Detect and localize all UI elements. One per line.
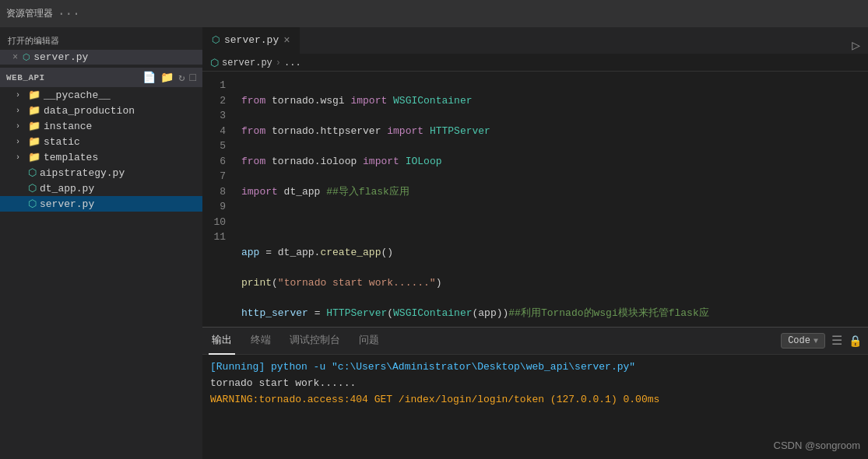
tree-item-aipstrategy[interactable]: ⬡ aipstrategy.py	[0, 165, 202, 180]
open-editors-title: 打开的编辑器	[0, 30, 202, 50]
folder-icon-pycache: 📁	[28, 89, 40, 101]
tree-item-label: data_production	[44, 105, 135, 117]
line-numbers: 12345 678910 11	[202, 72, 235, 327]
panel-tabs: 输出 终端 调试控制台 问题 Code ▼	[202, 328, 868, 355]
folder-icon-templates: 📁	[28, 151, 40, 163]
chevron-right-icon: ›	[16, 107, 25, 115]
output-source-dropdown[interactable]: Code ▼	[781, 333, 825, 349]
breadcrumb-separator: ›	[276, 58, 281, 68]
run-button[interactable]: ▷	[852, 37, 860, 54]
new-file-icon[interactable]: 📄	[142, 71, 156, 84]
tab-problems-label: 问题	[359, 333, 379, 347]
watermark: CSDN @songroom	[774, 440, 860, 451]
tree-item-label: static	[44, 136, 80, 148]
tree-item-label: templates	[44, 152, 98, 163]
open-editors-section: 打开的编辑器 × ⬡ server.py	[0, 27, 202, 68]
chevron-right-icon: ›	[16, 138, 25, 146]
tree-item-data-production[interactable]: › 📁 data_production	[0, 103, 202, 118]
editor-area: ⬡ server.py × ▷ ⬡ server.py › ... 12345 …	[202, 27, 868, 459]
panel-area: 输出 终端 调试控制台 问题 Code ▼	[202, 327, 868, 459]
output-line-1: tornado start work......	[210, 376, 860, 392]
tab-bar: ⬡ server.py × ▷	[202, 27, 868, 54]
tab-filename: server.py	[224, 34, 279, 46]
tab-actions: ▷	[844, 37, 868, 54]
breadcrumb-filename: server.py	[222, 58, 272, 68]
folder-icon-static: 📁	[28, 135, 40, 148]
py-file-icon-aip: ⬡	[28, 166, 37, 179]
tab-debug-label: 调试控制台	[290, 333, 340, 347]
sidebar: 打开的编辑器 × ⬡ server.py WEB_API 📄 📁 ↻ □ › 📁…	[0, 27, 202, 459]
tab-output[interactable]: 输出	[209, 328, 235, 355]
tab-terminal[interactable]: 终端	[248, 328, 274, 355]
py-file-icon-server: ⬡	[28, 198, 37, 210]
folder-icon-data: 📁	[28, 104, 40, 117]
file-tree: › 📁 __pycache__ › 📁 data_production › 📁 …	[0, 87, 202, 459]
tab-file-icon: ⬡	[212, 34, 220, 46]
tree-item-server[interactable]: ⬡ server.py	[0, 196, 202, 212]
dropdown-label: Code	[788, 335, 810, 346]
tab-debug-console[interactable]: 调试控制台	[286, 328, 343, 355]
code-editor[interactable]: 12345 678910 11 from tornado.wsgi import…	[202, 72, 868, 327]
tree-item-instance[interactable]: › 📁 instance	[0, 118, 202, 134]
tree-item-pycache[interactable]: › 📁 __pycache__	[0, 87, 202, 103]
collapse-icon[interactable]: □	[190, 72, 196, 84]
tab-server-py[interactable]: ⬡ server.py ×	[202, 27, 300, 54]
tree-item-label: instance	[44, 121, 92, 132]
breadcrumb-rest: ...	[284, 58, 301, 68]
main-area: 打开的编辑器 × ⬡ server.py WEB_API 📄 📁 ↻ □ › 📁…	[0, 27, 868, 459]
new-folder-icon[interactable]: 📁	[160, 71, 174, 84]
chevron-down-icon: ▼	[814, 337, 818, 345]
folder-icon-instance: 📁	[28, 120, 40, 132]
tree-item-static[interactable]: › 📁 static	[0, 134, 202, 149]
panel-controls: Code ▼ ☰ 🔒	[781, 333, 862, 349]
chevron-right-icon: ›	[16, 153, 25, 162]
explorer-root-label: WEB_API	[6, 73, 142, 82]
tab-problems[interactable]: 问题	[356, 328, 382, 355]
output-line-running: [Running] python -u "c:\Users\Administra…	[210, 359, 860, 376]
refresh-icon[interactable]: ↻	[178, 71, 184, 84]
tab-close-button[interactable]: ×	[283, 35, 290, 46]
close-x-icon[interactable]: ×	[12, 52, 18, 63]
code-content[interactable]: from tornado.wsgi import WSGIContainer f…	[235, 72, 868, 327]
tree-item-label: __pycache__	[44, 89, 111, 101]
tab-output-label: 输出	[212, 333, 232, 347]
tree-item-label: server.py	[40, 198, 94, 210]
chevron-right-icon: ›	[16, 91, 25, 100]
tab-terminal-label: 终端	[251, 333, 271, 347]
title-bar: 资源管理器 ···	[0, 0, 868, 27]
tree-item-templates[interactable]: › 📁 templates	[0, 149, 202, 165]
tree-item-label: aipstrategy.py	[40, 167, 125, 179]
panel-output: [Running] python -u "c:\Users\Administra…	[202, 355, 868, 459]
breadcrumb: ⬡ server.py › ...	[202, 54, 868, 72]
explorer-header-icons: 📄 📁 ↻ □	[142, 71, 196, 84]
panel-lock-icon[interactable]: 🔒	[849, 335, 862, 348]
panel-menu-icon[interactable]: ☰	[831, 333, 842, 349]
py-file-icon-dt: ⬡	[28, 182, 37, 194]
code-and-panel: 12345 678910 11 from tornado.wsgi import…	[202, 72, 868, 459]
explorer-header: WEB_API 📄 📁 ↻ □	[0, 68, 202, 87]
title-dots: ···	[58, 7, 80, 21]
explorer-title: 资源管理器 ···	[6, 7, 80, 21]
breadcrumb-file-icon: ⬡	[210, 57, 219, 69]
open-editor-item[interactable]: × ⬡ server.py	[0, 50, 202, 65]
tree-item-label: dt_app.py	[40, 183, 94, 194]
explorer-label: 资源管理器	[6, 7, 53, 20]
tree-item-dt-app[interactable]: ⬡ dt_app.py	[0, 180, 202, 196]
chevron-right-icon: ›	[16, 122, 25, 131]
output-line-warning: WARNING:tornado.access:404 GET /index/lo…	[210, 392, 860, 408]
file-py-icon: ⬡	[23, 52, 30, 62]
open-editor-filename: server.py	[33, 51, 88, 63]
